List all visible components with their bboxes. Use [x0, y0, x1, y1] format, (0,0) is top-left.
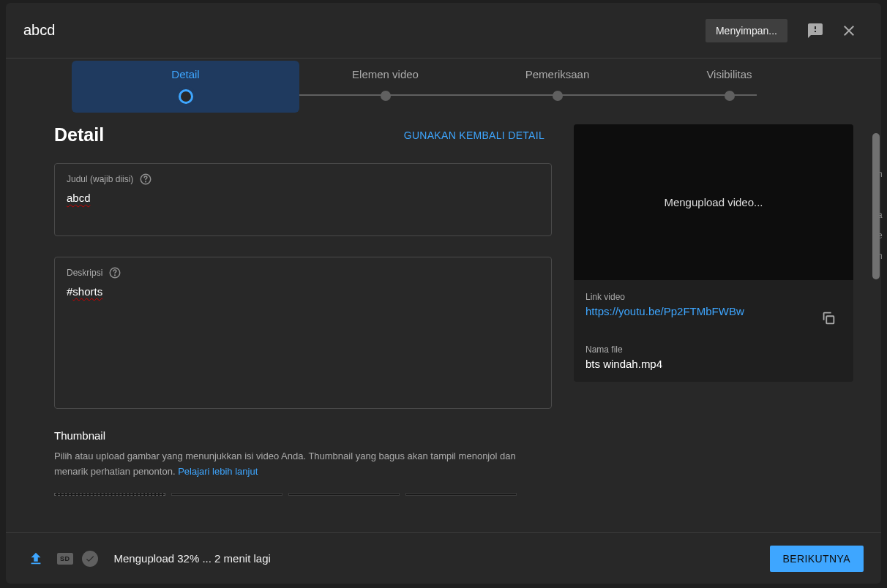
step-label: Elemen video	[352, 68, 419, 80]
check-icon	[82, 551, 98, 567]
learn-more-link[interactable]: Pelajari lebih lanjut	[178, 466, 258, 477]
thumbnail-option[interactable]	[171, 493, 282, 496]
video-link-label: Link video	[585, 292, 842, 302]
title-input[interactable]: Judul (wajib diisi) abcd	[54, 163, 552, 236]
upload-stepper: Detail Elemen video Pemeriksaan Visibili…	[6, 59, 881, 117]
video-link[interactable]: https://youtu.be/Pp2FTMbFWBw	[585, 305, 744, 317]
upload-status-text: Mengupload video...	[664, 196, 763, 208]
dialog-footer: SD Mengupload 32% ... 2 menit lagi BERIK…	[6, 532, 881, 584]
step-dot-icon	[553, 91, 563, 101]
video-title: abcd	[23, 22, 706, 39]
upload-progress-text: Mengupload 32% ... 2 menit lagi	[114, 552, 271, 565]
upload-icon	[23, 546, 48, 571]
step-checks[interactable]: Pemeriksaan	[471, 68, 643, 101]
step-label: Pemeriksaan	[525, 68, 590, 80]
step-dot-icon	[179, 89, 193, 104]
step-dot-icon	[725, 91, 735, 101]
scrollbar[interactable]	[872, 133, 880, 531]
close-icon[interactable]	[834, 16, 864, 45]
description-value: #shorts	[67, 284, 539, 299]
step-dot-icon	[381, 91, 391, 101]
step-video-elements[interactable]: Elemen video	[299, 68, 471, 101]
thumbnail-description: Pilih atau upload gambar yang menunjukka…	[54, 449, 523, 480]
sd-quality-badge: SD	[57, 553, 73, 565]
svg-point-1	[146, 181, 146, 182]
svg-point-3	[115, 275, 116, 276]
step-label: Visibilitas	[706, 68, 752, 80]
help-icon[interactable]	[139, 173, 152, 186]
description-field-label: Deskripsi	[67, 268, 102, 278]
copy-link-button[interactable]	[815, 305, 842, 331]
video-preview: Mengupload video...	[574, 124, 853, 280]
title-field-label: Judul (wajib diisi)	[67, 174, 133, 184]
video-preview-panel: Mengupload video... Link video https://y…	[574, 124, 853, 382]
step-label: Detail	[171, 68, 199, 80]
reuse-details-button[interactable]: GUNAKAN KEMBALI DETAIL	[404, 129, 544, 141]
saving-badge: Menyimpan...	[706, 19, 787, 42]
file-name-value: bts windah.mp4	[585, 358, 842, 370]
feedback-icon[interactable]	[801, 16, 830, 45]
file-name-label: Nama file	[585, 344, 842, 355]
thumbnail-heading: Thumbnail	[54, 429, 552, 442]
thumbnail-option[interactable]	[288, 493, 400, 496]
section-title-detail: Detail	[54, 124, 104, 146]
description-input[interactable]: Deskripsi #shorts	[54, 257, 552, 409]
step-detail[interactable]: Detail	[72, 61, 299, 113]
help-icon[interactable]	[108, 266, 121, 279]
thumbnail-upload-slot[interactable]	[54, 493, 165, 496]
title-value: abcd	[67, 190, 539, 206]
dialog-header: abcd Menyimpan...	[6, 3, 881, 59]
svg-rect-4	[826, 316, 834, 323]
step-visibility[interactable]: Visibilitas	[643, 68, 815, 101]
thumbnail-option[interactable]	[405, 493, 517, 496]
next-button[interactable]: BERIKUTNYA	[770, 546, 864, 572]
scrollbar-thumb[interactable]	[872, 133, 880, 279]
